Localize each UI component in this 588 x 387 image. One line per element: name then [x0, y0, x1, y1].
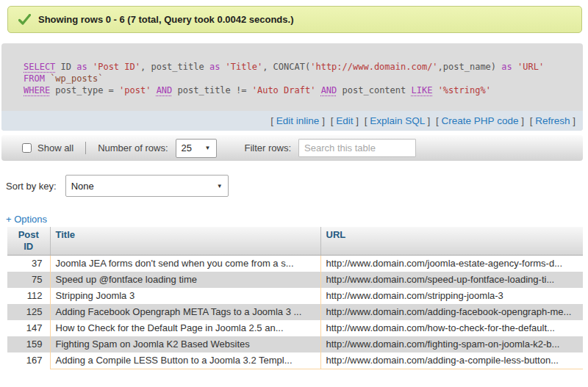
explain-sql-link[interactable]: Explain SQL — [370, 115, 425, 126]
post-id-cell: 75 — [7, 272, 50, 288]
sql-token: SELECT — [24, 62, 55, 72]
sql-token: 'Title' — [226, 62, 263, 72]
table-row: 147How to Check for the Default Page in … — [7, 320, 583, 336]
title-cell: Fighting Spam on Joomla K2 Based Website… — [50, 336, 320, 352]
sql-token: , CONCAT( — [262, 62, 310, 72]
url-cell: http://www.domain.com/stripping-joomla-3 — [320, 288, 583, 304]
sort-by-key-row: Sort by key: None ▼ — [6, 175, 588, 197]
column-header-post-id: Post ID — [7, 227, 50, 256]
bracket: ] — [353, 115, 359, 126]
chevron-down-icon: ▼ — [209, 183, 223, 189]
bracket: ] — [425, 115, 431, 126]
bracket: ] — [319, 115, 325, 126]
url-cell: http://www.domain.com/adding-a-compile-l… — [320, 352, 583, 369]
number-of-rows-select[interactable]: 25 ▼ — [176, 139, 217, 158]
post-id-cell: 159 — [7, 336, 50, 352]
url-cell: http://www.domain.com/speed-up-fontface-… — [320, 272, 583, 288]
refresh-link[interactable]: Refresh — [535, 115, 570, 126]
results-controls-bar: Show all Number of rows: 25 ▼ Filter row… — [1, 135, 583, 161]
results-table: Post ID Title URL 37Joomla JEA forms don… — [7, 227, 583, 369]
chevron-down-icon: ▼ — [198, 145, 211, 151]
sql-token: AND — [321, 85, 337, 95]
sql-token — [432, 85, 437, 95]
show-all-label: Show all — [37, 142, 74, 153]
sql-token: as — [209, 62, 220, 72]
sql-token: FROM — [24, 73, 45, 84]
results-tbody: 37Joomla JEA forms don't send when you c… — [7, 256, 583, 369]
column-header-url: URL — [320, 227, 583, 256]
sql-token: 'post' — [119, 85, 151, 95]
sql-action-links: [ Edit inline ] [ Edit ] [ Explain SQL ]… — [1, 111, 583, 131]
url-cell: http://www.domain.com/fighting-spam-on-j… — [320, 336, 583, 352]
success-message: Showing rows 0 - 6 (7 total, Query took … — [7, 6, 582, 33]
sql-token: , post_title — [140, 62, 209, 72]
sql-token: 'URL' — [517, 62, 544, 72]
post-id-cell: 147 — [7, 320, 50, 336]
table-header-row: Post ID Title URL — [7, 227, 583, 256]
filter-rows-input[interactable] — [298, 139, 416, 157]
sql-token — [151, 85, 156, 95]
bracket: [ — [436, 115, 442, 126]
bracket: ] — [570, 115, 576, 126]
sql-token: 'Auto Draft' — [252, 85, 316, 95]
green-check-icon — [18, 14, 31, 25]
sql-token: `wp_posts` — [50, 73, 103, 84]
url-cell: http://www.domain.com/adding-facebook-op… — [320, 304, 583, 320]
sql-token — [315, 85, 320, 95]
table-row: 159Fighting Spam on Joomla K2 Based Webs… — [7, 336, 583, 352]
sql-token — [87, 62, 93, 72]
create-php-code-link[interactable]: Create PHP code — [442, 115, 519, 126]
sql-token — [544, 62, 549, 72]
number-of-rows-value: 25 — [182, 142, 192, 153]
sort-by-key-select[interactable]: None ▼ — [65, 175, 229, 197]
sql-token: WHERE — [24, 85, 50, 95]
bracket: [ — [270, 115, 276, 126]
sql-token: as — [501, 62, 512, 72]
options-toggle-link[interactable]: + Options — [6, 214, 47, 225]
title-cell: How to Check for the Default Page in Joo… — [50, 320, 320, 336]
sql-token — [512, 62, 517, 72]
edit-link[interactable]: Edit — [336, 115, 353, 126]
sql-token: post_content — [337, 85, 411, 95]
url-cell: http://www.domain.com/how-to-check-for-t… — [320, 320, 583, 336]
number-of-rows-label: Number of rows: — [98, 142, 168, 153]
sort-by-key-label: Sort by key: — [6, 181, 57, 192]
show-all-checkbox[interactable] — [22, 143, 32, 153]
title-cell: Stripping Joomla 3 — [50, 288, 320, 304]
table-row: 75Speed up @fontface loading timehttp://… — [7, 272, 583, 288]
sql-token: post_title != — [172, 85, 251, 95]
sql-token: as — [76, 62, 87, 72]
sql-token: ID — [55, 62, 76, 72]
post-id-cell: 37 — [7, 256, 50, 272]
title-cell: Joomla JEA forms don't send when you com… — [50, 256, 320, 272]
sql-token: AND — [157, 85, 173, 95]
sql-code: SELECT ID as 'Post ID', post_title as 'T… — [24, 61, 568, 96]
table-row: 112Stripping Joomla 3http://www.domain.c… — [7, 288, 583, 304]
title-cell: Adding a Compile LESS Button to a Joomla… — [50, 352, 320, 369]
post-id-cell: 112 — [7, 288, 50, 304]
sort-by-key-value: None — [71, 181, 94, 192]
edit-inline-link[interactable]: Edit inline — [276, 115, 320, 126]
sql-query-box: SELECT ID as 'Post ID', post_title as 'T… — [1, 43, 583, 131]
title-cell: Speed up @fontface loading time — [50, 272, 320, 288]
sql-token: ,post_name) — [438, 62, 502, 72]
success-text: Showing rows 0 - 6 (7 total, Query took … — [38, 14, 293, 25]
sql-token — [220, 62, 225, 72]
post-id-cell: 125 — [7, 304, 50, 320]
sql-token: LIKE — [411, 85, 432, 95]
sql-token: post_type = — [50, 85, 119, 95]
bracket: ] — [518, 115, 524, 126]
title-cell: Adding Facebook Opengraph META Tags to a… — [50, 304, 320, 320]
url-cell: http://www.domain.com/joomla-estate-agen… — [320, 256, 583, 272]
table-row: 167Adding a Compile LESS Button to a Joo… — [7, 352, 583, 369]
filter-rows-label: Filter rows: — [245, 142, 292, 153]
sql-token: 'Post ID' — [93, 62, 140, 72]
sql-token: '%string%' — [438, 85, 491, 95]
sql-token: 'http://www.domain.com/' — [310, 62, 437, 72]
divider — [85, 142, 86, 154]
table-row: 37Joomla JEA forms don't send when you c… — [7, 256, 583, 272]
column-header-title: Title — [50, 227, 320, 256]
post-id-cell: 167 — [7, 352, 50, 369]
table-row: 125Adding Facebook Opengraph META Tags t… — [7, 304, 583, 320]
